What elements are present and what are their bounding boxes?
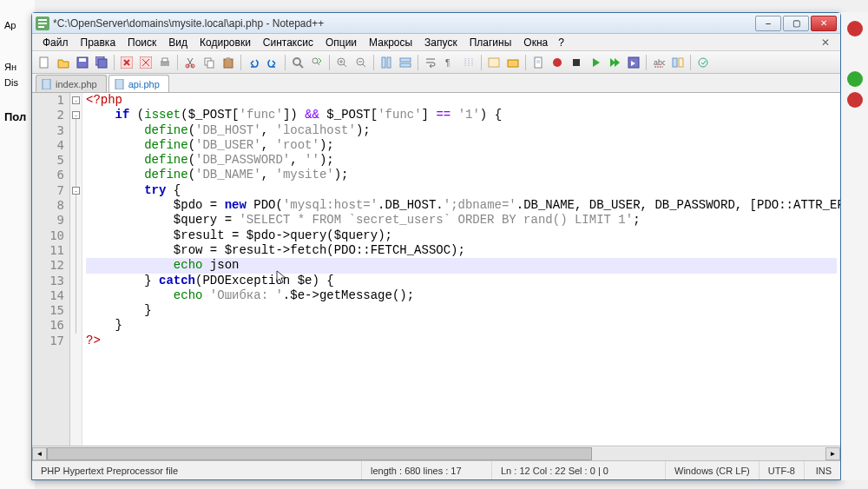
func-list-button[interactable] <box>485 54 503 71</box>
scrollbar-track[interactable] <box>47 447 825 460</box>
record-macro-button[interactable] <box>549 54 566 71</box>
menu-settings[interactable]: Опции <box>320 35 362 50</box>
toolbar-separator <box>646 55 647 70</box>
print-button[interactable] <box>156 54 174 71</box>
fold-toggle[interactable]: - <box>72 111 80 119</box>
scroll-left-button[interactable]: ◄ <box>32 447 47 460</box>
menu-plugins[interactable]: Плагины <box>464 35 517 50</box>
play-multi-button[interactable] <box>606 54 623 71</box>
open-file-button[interactable] <box>55 54 72 71</box>
save-all-button[interactable] <box>93 54 110 71</box>
svg-rect-36 <box>673 58 677 67</box>
status-bar: PHP Hypertext Preprocessor file length :… <box>32 460 840 479</box>
wordwrap-button[interactable] <box>422 54 439 71</box>
menu-language[interactable]: Синтаксис <box>258 35 319 50</box>
scroll-right-button[interactable]: ► <box>825 447 840 460</box>
toolbar-separator <box>525 55 526 70</box>
menu-view[interactable]: Вид <box>163 35 193 50</box>
svg-rect-2 <box>38 23 47 24</box>
status-eol: Windows (CR LF) <box>666 461 760 479</box>
stop-macro-button[interactable] <box>568 54 585 71</box>
show-symbol-button[interactable] <box>694 54 712 71</box>
show-all-chars-button[interactable]: ¶ <box>441 54 458 71</box>
paste-button[interactable] <box>220 54 237 71</box>
file-icon <box>42 79 52 89</box>
find-button[interactable] <box>289 54 306 71</box>
titlebar[interactable]: *C:\OpenServer\domains\mysite.local\api.… <box>32 13 840 34</box>
horizontal-scrollbar[interactable]: ◄ ► <box>32 446 840 460</box>
outer-right-strip <box>841 12 868 480</box>
tab-label: api.php <box>128 79 160 89</box>
fold-toggle[interactable]: - <box>72 96 80 104</box>
svg-rect-28 <box>489 58 499 67</box>
menu-help[interactable]: ? <box>555 35 568 50</box>
spellcheck-button[interactable]: abc <box>650 54 667 71</box>
line-number-gutter: 1234567891011121314151617 <box>32 93 70 446</box>
redo-button[interactable] <box>264 54 281 71</box>
svg-rect-40 <box>115 79 123 89</box>
menu-search[interactable]: Поиск <box>122 35 161 50</box>
svg-rect-24 <box>387 57 391 68</box>
outer-item: Dis <box>4 77 18 88</box>
menu-window[interactable]: Окна <box>518 35 553 50</box>
minimize-button[interactable]: – <box>755 16 781 31</box>
menu-file[interactable]: Файл <box>37 35 74 50</box>
toolbar: ¶ abc <box>32 51 840 74</box>
editor-area[interactable]: 1234567891011121314151617 - - - <?php if… <box>32 93 840 446</box>
tab-index[interactable]: index.php <box>36 75 107 92</box>
close-all-button[interactable] <box>137 54 155 71</box>
zoom-in-button[interactable] <box>333 54 351 71</box>
cut-button[interactable] <box>181 54 199 71</box>
svg-rect-26 <box>400 63 411 67</box>
save-macro-button[interactable] <box>625 54 642 71</box>
scrollbar-thumb[interactable] <box>47 447 592 460</box>
menu-run[interactable]: Запуск <box>419 35 463 50</box>
status-mode: INS <box>807 461 840 479</box>
play-macro-button[interactable] <box>587 54 604 71</box>
menu-encoding[interactable]: Кодировки <box>194 35 256 50</box>
svg-rect-33 <box>573 59 580 66</box>
replace-button[interactable] <box>308 54 326 71</box>
browser-left-strip: Ap Ян Dis Пол <box>0 0 35 489</box>
menu-edit[interactable]: Правка <box>76 35 122 50</box>
zoom-out-button[interactable] <box>352 54 370 71</box>
toolbar-separator <box>285 55 286 70</box>
fold-line <box>76 119 76 187</box>
copy-button[interactable] <box>201 54 218 71</box>
menu-macro[interactable]: Макросы <box>364 35 418 50</box>
close-document-button[interactable]: ✕ <box>816 35 835 50</box>
maximize-button[interactable]: ▢ <box>783 16 809 31</box>
svg-rect-16 <box>207 61 214 68</box>
toolbar-separator <box>114 55 115 70</box>
indent-guide-button[interactable] <box>460 54 477 71</box>
fold-toggle[interactable]: - <box>72 187 80 195</box>
close-file-button[interactable] <box>118 54 135 71</box>
code-content[interactable]: <?php if (isset($_POST['func']) && $_POS… <box>82 93 840 446</box>
folder-view-button[interactable] <box>504 54 522 71</box>
doc-map-button[interactable] <box>529 54 547 71</box>
svg-rect-12 <box>162 58 168 62</box>
toolbar-separator <box>240 55 241 70</box>
sync-h-button[interactable] <box>397 54 414 71</box>
svg-rect-37 <box>679 58 683 67</box>
toolbar-separator <box>329 55 330 70</box>
tab-api[interactable]: api.php <box>108 75 169 92</box>
svg-rect-31 <box>536 60 540 63</box>
svg-rect-6 <box>79 58 86 62</box>
undo-button[interactable] <box>245 54 262 71</box>
sync-v-button[interactable] <box>378 54 395 71</box>
status-filetype: PHP Hypertext Preprocessor file <box>32 461 362 479</box>
svg-point-14 <box>191 64 194 68</box>
svg-rect-39 <box>43 79 50 89</box>
compare-button[interactable] <box>669 54 687 71</box>
indicator-icon <box>847 71 863 87</box>
toolbar-separator <box>690 55 691 70</box>
svg-rect-4 <box>40 57 48 68</box>
indicator-icon <box>847 21 863 36</box>
outer-item: Ян <box>4 62 16 72</box>
close-button[interactable]: ✕ <box>811 16 837 31</box>
notepadpp-window: *C:\OpenServer\domains\mysite.local\api.… <box>31 12 841 480</box>
new-file-button[interactable] <box>36 54 53 71</box>
svg-rect-3 <box>38 26 44 28</box>
save-button[interactable] <box>74 54 91 71</box>
